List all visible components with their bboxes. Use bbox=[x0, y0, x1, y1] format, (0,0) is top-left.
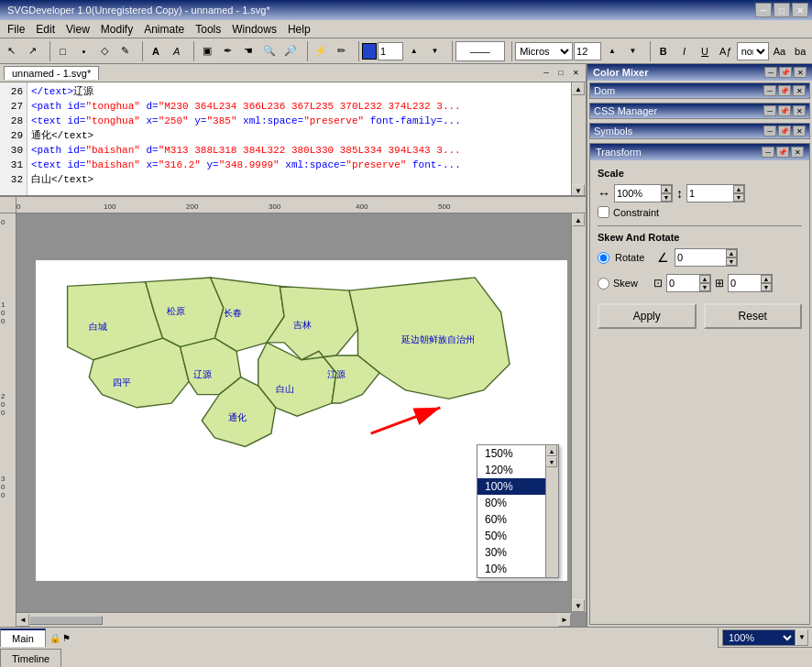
skew-field-2[interactable] bbox=[729, 275, 761, 291]
italic-btn[interactable]: I bbox=[675, 41, 695, 61]
rotate-up[interactable]: ▲ bbox=[726, 249, 737, 257]
canvas-vscrollbar[interactable]: ▲ ▼ bbox=[571, 213, 586, 612]
menu-view[interactable]: View bbox=[60, 21, 95, 38]
hscroll-right[interactable]: ► bbox=[558, 614, 571, 627]
text-bold-tool[interactable]: A bbox=[146, 41, 166, 61]
hscroll-thumb[interactable] bbox=[29, 616, 103, 625]
spinner-down[interactable]: ▼ bbox=[425, 41, 445, 61]
code-vscrollbar[interactable]: ▲ ▼ bbox=[571, 82, 586, 197]
hand-tool[interactable]: ☚ bbox=[238, 41, 258, 61]
skew-input-1[interactable]: ▲ ▼ bbox=[666, 274, 711, 292]
transform-close[interactable]: ✕ bbox=[791, 147, 804, 158]
dropdown-scrollbar[interactable]: ▲ ▼ bbox=[545, 445, 558, 577]
transform-minimize[interactable]: ─ bbox=[762, 147, 774, 158]
menu-modify[interactable]: Modify bbox=[95, 21, 138, 38]
reset-button[interactable]: Reset bbox=[704, 303, 803, 329]
maximize-button[interactable]: □ bbox=[774, 3, 790, 17]
scale-x-input[interactable]: ▲ ▼ bbox=[614, 184, 673, 202]
menu-animate[interactable]: Animate bbox=[138, 21, 190, 38]
skew-radio[interactable] bbox=[598, 278, 609, 290]
scale-y-down[interactable]: ▼ bbox=[733, 193, 744, 202]
css-minimize[interactable]: ─ bbox=[763, 105, 776, 116]
scale-y-up[interactable]: ▲ bbox=[733, 185, 744, 193]
vscroll-up[interactable]: ▲ bbox=[572, 213, 585, 226]
dom-close[interactable]: ✕ bbox=[793, 85, 806, 96]
apply-button[interactable]: Apply bbox=[598, 303, 697, 329]
pencil-tool[interactable]: ✏ bbox=[332, 41, 352, 61]
tab-main[interactable]: Main bbox=[0, 629, 46, 647]
scale-x-field[interactable] bbox=[615, 185, 661, 202]
color-mixer-close[interactable]: ✕ bbox=[794, 67, 807, 78]
font-aa-btn[interactable]: Aa bbox=[770, 41, 790, 61]
tab-timeline[interactable]: Timeline bbox=[0, 649, 61, 667]
underline-btn[interactable]: U bbox=[695, 41, 715, 61]
object-number-input[interactable] bbox=[378, 42, 403, 60]
zoom-dropdown-btn[interactable]: ▼ bbox=[796, 629, 808, 646]
zoom-out-tool[interactable]: 🔎 bbox=[280, 41, 301, 61]
skew-input-2[interactable]: ▲ ▼ bbox=[728, 274, 773, 292]
menu-edit[interactable]: Edit bbox=[30, 21, 60, 38]
eyedropper-tool[interactable]: ✒ bbox=[218, 41, 238, 61]
pen-tool[interactable]: ✎ bbox=[115, 41, 136, 61]
vscroll-down[interactable]: ▼ bbox=[572, 599, 585, 612]
dd-scroll-up[interactable]: ▲ bbox=[546, 445, 557, 456]
font-family-select[interactable]: nor bbox=[737, 42, 769, 60]
minimize-button[interactable]: ─ bbox=[755, 3, 772, 17]
skew-2-up[interactable]: ▲ bbox=[761, 275, 772, 283]
skew-1-down[interactable]: ▼ bbox=[699, 283, 710, 291]
scale-y-field[interactable] bbox=[687, 185, 733, 202]
color-mixer-minimize[interactable]: ─ bbox=[764, 67, 777, 78]
fill-tool[interactable]: ▣ bbox=[197, 41, 217, 61]
select-tool[interactable]: ↖ bbox=[2, 41, 22, 61]
code-tab[interactable]: unnamed - 1.svg* bbox=[4, 66, 99, 80]
code-text[interactable]: </text>辽源 <path id="tonghua" d="M230 364… bbox=[27, 82, 571, 197]
zoom-dropdown[interactable]: 150% 120% 100% 80% 60% 50% 30% 10% ▲ ▼ bbox=[477, 444, 559, 578]
scale-x-up[interactable]: ▲ bbox=[661, 185, 672, 193]
spinner-up[interactable]: ▲ bbox=[404, 41, 424, 61]
font-size-down[interactable]: ▼ bbox=[623, 41, 643, 61]
dom-pin[interactable]: 📌 bbox=[778, 85, 791, 96]
node-tool[interactable]: ↗ bbox=[23, 41, 43, 61]
menu-windows[interactable]: Windows bbox=[226, 21, 282, 38]
code-editor-maximize[interactable]: □ bbox=[554, 67, 567, 80]
ellipse-tool[interactable]: • bbox=[74, 41, 94, 61]
code-editor-close[interactable]: ✕ bbox=[569, 67, 582, 80]
menu-file[interactable]: File bbox=[2, 21, 30, 38]
font-select[interactable]: Micros bbox=[515, 42, 573, 60]
font-size-up[interactable]: ▲ bbox=[602, 41, 622, 61]
constraint-checkbox[interactable] bbox=[598, 206, 609, 218]
zoom-select[interactable]: 100% 150% 120% 80% 60% 50% 30% 10% bbox=[722, 629, 796, 646]
code-editor-minimize[interactable]: ─ bbox=[540, 67, 553, 80]
path-tool[interactable]: ◇ bbox=[94, 41, 115, 61]
vscroll-track[interactable] bbox=[572, 226, 586, 599]
scale-y-input[interactable]: ▲ ▼ bbox=[686, 184, 745, 202]
font-size-input[interactable] bbox=[574, 42, 601, 60]
text-tool[interactable]: A bbox=[167, 41, 187, 61]
rotate-radio[interactable] bbox=[598, 252, 609, 264]
hscroll-track[interactable] bbox=[29, 616, 558, 625]
scale-x-down[interactable]: ▼ bbox=[661, 193, 672, 202]
css-close[interactable]: ✕ bbox=[793, 105, 806, 116]
symbols-pin[interactable]: 📌 bbox=[778, 126, 791, 137]
skew-field-1[interactable] bbox=[667, 275, 699, 291]
bold-btn[interactable]: B bbox=[653, 41, 674, 61]
dd-scroll-down[interactable]: ▼ bbox=[546, 456, 557, 467]
scroll-track[interactable] bbox=[572, 95, 586, 184]
skew-1-up[interactable]: ▲ bbox=[699, 275, 710, 283]
symbols-close[interactable]: ✕ bbox=[793, 126, 806, 137]
rotate-field[interactable] bbox=[675, 249, 726, 266]
canvas-hscrollbar[interactable]: ◄ ► bbox=[16, 612, 571, 627]
menu-help[interactable]: Help bbox=[282, 21, 316, 38]
color-box[interactable] bbox=[362, 43, 377, 60]
css-pin[interactable]: 📌 bbox=[778, 105, 791, 116]
skew-2-down[interactable]: ▼ bbox=[761, 283, 772, 291]
hscroll-left[interactable]: ◄ bbox=[16, 614, 29, 627]
font-extra-btn[interactable]: ba bbox=[790, 41, 810, 61]
dom-minimize[interactable]: ─ bbox=[763, 85, 776, 96]
rotate-input[interactable]: ▲ ▼ bbox=[675, 248, 738, 267]
symbols-minimize[interactable]: ─ bbox=[763, 126, 776, 137]
scroll-down-btn[interactable]: ▼ bbox=[572, 184, 585, 197]
close-button[interactable]: ✕ bbox=[792, 3, 808, 17]
link-tool[interactable]: ⚡ bbox=[311, 41, 331, 61]
scroll-up-btn[interactable]: ▲ bbox=[572, 82, 585, 95]
